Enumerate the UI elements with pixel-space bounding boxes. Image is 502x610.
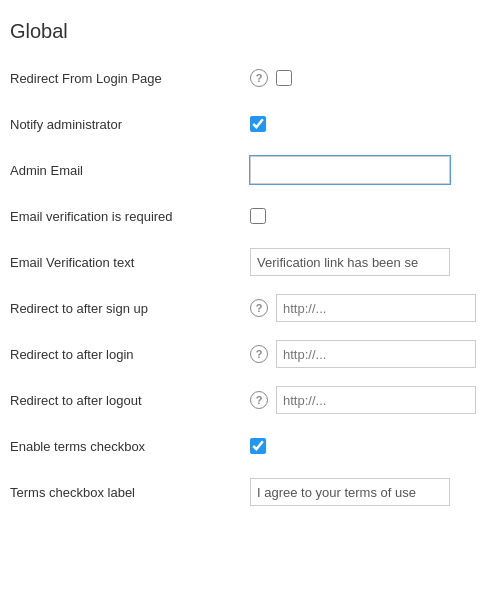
label-admin-email: Admin Email [10,163,250,178]
input-redirect-after-signup[interactable] [276,294,476,322]
help-icon-redirect-after-login[interactable]: ? [250,345,268,363]
form-row-email-verification-required: Email verification is required [10,201,482,231]
help-icon-redirect-after-signup[interactable]: ? [250,299,268,317]
checkbox-notify-admin[interactable] [250,116,266,132]
form-row-email-verification-text: Email Verification text [10,247,482,277]
label-redirect-after-login: Redirect to after login [10,347,250,362]
form-row-terms-checkbox-label: Terms checkbox label [10,477,482,507]
input-redirect-after-login[interactable] [276,340,476,368]
form-row-notify-admin: Notify administrator [10,109,482,139]
help-icon-redirect-after-logout[interactable]: ? [250,391,268,409]
label-redirect-after-signup: Redirect to after sign up [10,301,250,316]
page-title: Global [10,20,482,43]
control-redirect-after-logout: ? [250,386,482,414]
input-redirect-after-logout[interactable] [276,386,476,414]
checkbox-email-verification-required[interactable] [250,208,266,224]
input-admin-email[interactable] [250,156,450,184]
help-icon-redirect-from-login[interactable]: ? [250,69,268,87]
control-notify-admin [250,116,482,132]
control-redirect-after-login: ? [250,340,482,368]
control-enable-terms-checkbox [250,438,482,454]
form-row-redirect-after-signup: Redirect to after sign up? [10,293,482,323]
label-terms-checkbox-label: Terms checkbox label [10,485,250,500]
control-redirect-after-signup: ? [250,294,482,322]
label-redirect-after-logout: Redirect to after logout [10,393,250,408]
control-email-verification-text [250,248,482,276]
control-admin-email [250,156,482,184]
label-enable-terms-checkbox: Enable terms checkbox [10,439,250,454]
form-row-admin-email: Admin Email [10,155,482,185]
checkbox-redirect-from-login[interactable] [276,70,292,86]
control-redirect-from-login: ? [250,69,482,87]
checkbox-enable-terms-checkbox[interactable] [250,438,266,454]
control-email-verification-required [250,208,482,224]
label-email-verification-required: Email verification is required [10,209,250,224]
label-email-verification-text: Email Verification text [10,255,250,270]
control-terms-checkbox-label [250,478,482,506]
form-row-redirect-after-logout: Redirect to after logout? [10,385,482,415]
form-row-enable-terms-checkbox: Enable terms checkbox [10,431,482,461]
form-row-redirect-after-login: Redirect to after login? [10,339,482,369]
form-row-redirect-from-login: Redirect From Login Page? [10,63,482,93]
label-notify-admin: Notify administrator [10,117,250,132]
input-terms-checkbox-label[interactable] [250,478,450,506]
label-redirect-from-login: Redirect From Login Page [10,71,250,86]
input-email-verification-text[interactable] [250,248,450,276]
